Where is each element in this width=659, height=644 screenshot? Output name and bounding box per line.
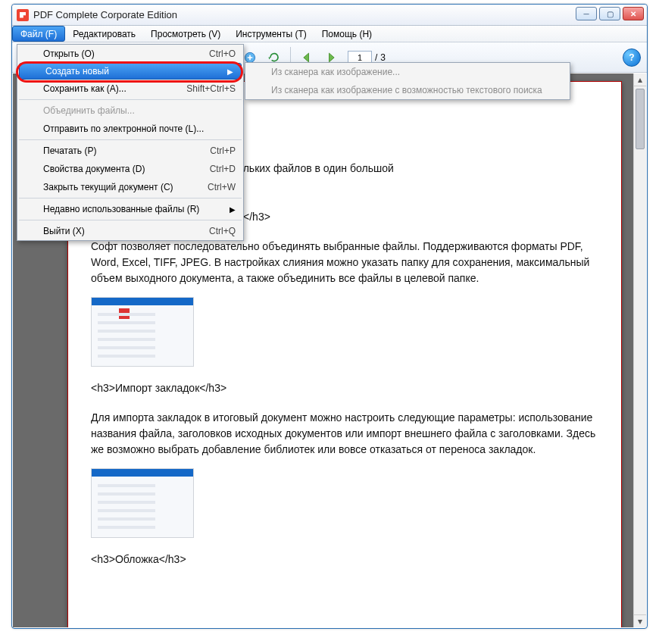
- page-total: 3: [380, 52, 386, 63]
- help-icon[interactable]: ?: [623, 48, 641, 67]
- menu-print[interactable]: Печатать (P) Ctrl+P: [17, 142, 243, 160]
- menu-label: Объединить файлы...: [43, 105, 135, 116]
- menu-label: Недавно использованные файлы (R): [43, 204, 199, 214]
- scroll-up-icon[interactable]: ▴: [634, 73, 646, 86]
- menu-combine: Объединить файлы...: [17, 102, 243, 120]
- menu-shortcut: Ctrl+Q: [209, 226, 236, 236]
- minimize-button[interactable]: ─: [576, 7, 597, 20]
- menu-label: Печатать (P): [43, 145, 96, 156]
- create-new-submenu: Из сканера как изображение... Из сканера…: [245, 62, 570, 100]
- menu-label: Открыть (O): [43, 48, 95, 59]
- app-icon: [17, 9, 29, 21]
- menu-save-as[interactable]: Сохранить как (A)... Shift+Ctrl+S: [17, 80, 243, 98]
- menu-help[interactable]: Помощь (H): [314, 26, 379, 42]
- window-title: PDF Complete Corporate Edition: [33, 9, 177, 20]
- close-button[interactable]: ✕: [623, 7, 644, 20]
- submenu-arrow-icon: ▶: [227, 67, 233, 76]
- maximize-button[interactable]: ▢: [599, 7, 620, 20]
- doc-text: Софт позволяет последовательно объединят…: [91, 239, 598, 286]
- menu-close-doc[interactable]: Закрыть текущий документ (C) Ctrl+W: [17, 178, 243, 196]
- menu-create-new[interactable]: Создать новый ▶: [19, 63, 242, 80]
- doc-heading: <h3>Импорт закладок</h3>: [91, 380, 598, 396]
- menu-label: Сохранить как (A)...: [43, 83, 126, 94]
- doc-text: Для импорта закладок в итоговый документ…: [91, 410, 598, 458]
- menu-label: Создать новый: [45, 66, 109, 77]
- menubar: Файл (F) Редактировать Просмотреть (V) И…: [12, 26, 647, 42]
- menu-edit[interactable]: Редактировать: [65, 26, 143, 42]
- menu-shortcut: Ctrl+W: [208, 182, 236, 192]
- vertical-scrollbar[interactable]: ▴ ▾: [633, 73, 646, 627]
- menu-label: Свойства документа (D): [43, 164, 145, 174]
- scroll-down-icon[interactable]: ▾: [634, 614, 646, 627]
- submenu-scan-image[interactable]: Из сканера как изображение...: [245, 63, 570, 81]
- menu-label: Закрыть текущий документ (C): [43, 182, 173, 192]
- app-window: PDF Complete Corporate Edition ─ ▢ ✕ Фай…: [11, 4, 648, 629]
- menu-shortcut: Shift+Ctrl+S: [186, 83, 236, 94]
- window-controls: ─ ▢ ✕: [576, 7, 644, 20]
- doc-heading: <h3>Обложка</h3>: [91, 552, 598, 567]
- menu-label: Из сканера как изображение с возможность…: [271, 85, 542, 95]
- page-separator: /: [375, 52, 377, 63]
- menu-label: Из сканера как изображение...: [271, 67, 400, 77]
- doc-screenshot-thumb: [91, 297, 194, 367]
- scroll-thumb[interactable]: [636, 89, 645, 149]
- menu-file[interactable]: Файл (F): [12, 26, 65, 42]
- menu-shortcut: Ctrl+O: [209, 48, 236, 59]
- submenu-arrow-icon: ▶: [230, 205, 236, 214]
- menu-doc-properties[interactable]: Свойства документа (D) Ctrl+D: [17, 160, 243, 178]
- menu-shortcut: Ctrl+D: [210, 164, 236, 174]
- menu-open[interactable]: Открыть (O) Ctrl+O: [17, 45, 243, 63]
- menu-shortcut: Ctrl+P: [210, 145, 236, 156]
- menu-label: Отправить по электронной почте (L)...: [43, 123, 204, 134]
- menu-recent-files[interactable]: Недавно использованные файлы (R) ▶: [17, 200, 243, 218]
- menu-send-email[interactable]: Отправить по электронной почте (L)...: [17, 120, 243, 138]
- menu-label: Выйти (X): [43, 226, 85, 236]
- menu-view[interactable]: Просмотреть (V): [143, 26, 228, 42]
- menu-tools[interactable]: Инструменты (T): [228, 26, 314, 42]
- submenu-scan-searchable[interactable]: Из сканера как изображение с возможность…: [245, 81, 570, 99]
- file-menu-dropdown: Открыть (O) Ctrl+O Создать новый ▶ Сохра…: [17, 44, 244, 241]
- menu-exit[interactable]: Выйти (X) Ctrl+Q: [17, 222, 243, 240]
- titlebar: PDF Complete Corporate Edition ─ ▢ ✕: [12, 5, 647, 26]
- doc-screenshot-thumb: [91, 468, 194, 538]
